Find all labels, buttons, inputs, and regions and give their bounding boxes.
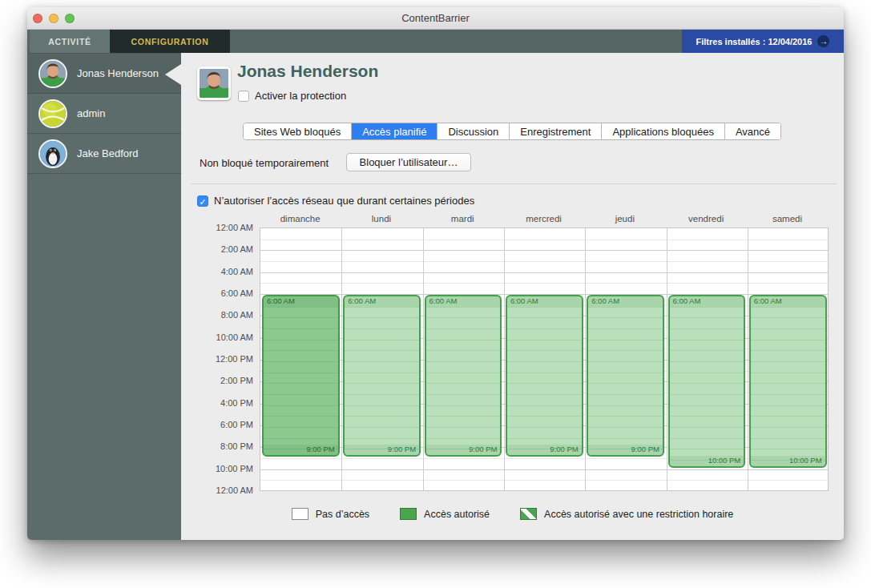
block-end-time: 10:00 PM [670, 456, 744, 466]
access-block-vendredi[interactable]: 6:00 AM10:00 PM [668, 295, 746, 468]
app-window: ContentBarrier ACTIVITÉ CONFIGURATION Fi… [27, 7, 844, 540]
sidebar-user-name: admin [77, 107, 105, 119]
access-block-dimanche[interactable]: 6:00 AM9:00 PM [262, 295, 340, 457]
time-label: 10:00 AM [196, 332, 253, 342]
grid-day-line [341, 228, 342, 490]
time-label: 4:00 PM [196, 398, 253, 408]
schedule-checkbox-label: N’autoriser l’accès réseau que durant ce… [214, 195, 474, 207]
legend-swatch-allowed-icon [400, 508, 417, 520]
time-label: 12:00 AM [196, 223, 253, 232]
grid-hour-line [260, 240, 828, 240]
time-label: 10:00 PM [196, 464, 253, 473]
schedule-checkbox[interactable]: ✓ [197, 195, 208, 207]
access-block-lundi[interactable]: 6:00 AM9:00 PM [343, 295, 421, 457]
grid-day-line [667, 228, 667, 490]
legend-label: Accès autorisé [424, 509, 490, 520]
tennis-ball-avatar-icon [38, 99, 67, 128]
time-label: 12:00 PM [196, 354, 253, 364]
protection-checkbox-row[interactable]: Activer la protection [238, 90, 346, 102]
sidebar-user-name: Jake Bedford [77, 147, 139, 159]
man-photo-avatar-icon [38, 59, 67, 88]
block-end-time: 9:00 PM [264, 445, 338, 455]
protection-checkbox-label: Activer la protection [255, 90, 346, 102]
time-label: 6:00 PM [196, 420, 253, 429]
sidebar-user-admin[interactable]: admin [27, 94, 181, 134]
title-bar: ContentBarrier [27, 7, 844, 30]
block-end-time: 9:00 PM [507, 445, 582, 455]
grid-hour-line [260, 469, 828, 470]
arrow-right-icon: → [817, 35, 829, 47]
block-start-time: 6:00 AM [670, 296, 744, 307]
legend-item-none: Pas d’accès [292, 508, 369, 520]
time-label: 8:00 AM [196, 310, 253, 320]
day-label-lundi: lundi [341, 214, 421, 224]
window-body: Jonas HendersonadminJake Bedford Jonas H… [27, 53, 844, 540]
protection-checkbox[interactable] [238, 91, 249, 102]
grid-hour-line [260, 272, 828, 273]
sidebar-user-jake-bedford[interactable]: Jake Bedford [27, 134, 181, 174]
config-tabs: Sites Web bloquésAccès planifiéDiscussio… [243, 123, 781, 140]
day-label-jeudi: jeudi [584, 214, 665, 224]
config-tab-avancé[interactable]: Avancé [725, 123, 780, 139]
access-block-samedi[interactable]: 6:00 AM10:00 PM [749, 295, 827, 468]
sidebar-user-jonas-henderson[interactable]: Jonas Henderson [27, 54, 181, 94]
day-label-mercredi: mercredi [503, 214, 584, 224]
nav-tab-activite[interactable]: ACTIVITÉ [30, 30, 110, 53]
block-start-time: 6:00 AM [264, 296, 338, 307]
day-label-vendredi: vendredi [666, 214, 747, 224]
profile-name: Jonas Henderson [237, 62, 378, 81]
nav-tab-configuration[interactable]: CONFIGURATION [110, 30, 230, 53]
access-block-mardi[interactable]: 6:00 AM9:00 PM [425, 295, 502, 457]
schedule-grid[interactable]: 6:00 AM9:00 PM6:00 AM9:00 PM6:00 AM9:00 … [260, 228, 829, 491]
block-end-time: 9:00 PM [588, 445, 663, 455]
legend-label: Accès autorisé avec une restriction hora… [544, 509, 733, 520]
legend-item-allowed-restricted: Accès autorisé avec une restriction hora… [520, 508, 733, 520]
grid-hour-line [260, 283, 828, 284]
main-nav-bar: ACTIVITÉ CONFIGURATION Filtres installés… [27, 30, 844, 53]
filters-installed-label: Filtres installés : 12/04/2016 [696, 37, 813, 46]
grid-day-line [585, 228, 586, 490]
time-label: 12:00 AM [196, 485, 253, 495]
grid-day-line [748, 228, 748, 490]
access-block-mercredi[interactable]: 6:00 AM9:00 PM [506, 295, 583, 457]
access-block-jeudi[interactable]: 6:00 AM9:00 PM [587, 295, 664, 457]
block-start-time: 6:00 AM [426, 296, 501, 307]
config-tab-enregistrement[interactable]: Enregistrement [510, 123, 602, 139]
config-panel: Jonas Henderson Activer la protection Si… [181, 53, 844, 540]
legend-swatch-none-icon [292, 508, 308, 520]
block-end-time: 10:00 PM [751, 456, 825, 466]
legend-item-allowed: Accès autorisé [400, 508, 490, 520]
selected-user-arrow-icon [165, 64, 181, 85]
config-tab-discussion[interactable]: Discussion [438, 123, 510, 139]
block-end-time: 9:00 PM [345, 445, 419, 455]
config-tab-applications-bloquées[interactable]: Applications bloquées [602, 123, 724, 139]
day-label-dimanche: dimanche [260, 214, 341, 224]
block-start-time: 6:00 AM [507, 296, 582, 307]
time-label: 2:00 AM [196, 244, 253, 254]
time-label: 6:00 AM [196, 288, 253, 298]
day-label-samedi: samedi [747, 214, 828, 224]
block-status-text: Non bloqué temporairement [200, 157, 329, 169]
block-user-button[interactable]: Bloquer l’utilisateur… [346, 153, 471, 171]
legend-label: Pas d’accès [316, 509, 369, 520]
desktop: ContentBarrier ACTIVITÉ CONFIGURATION Fi… [0, 0, 871, 588]
filters-installed-button[interactable]: Filtres installés : 12/04/2016 → [682, 30, 844, 53]
schedule-legend: Pas d’accèsAccès autoriséAccès autorisé … [181, 508, 844, 520]
grid-day-line [423, 228, 424, 490]
window-title: ContentBarrier [27, 12, 844, 24]
sidebar-user-name: Jonas Henderson [77, 67, 159, 79]
grid-hour-line [260, 480, 828, 481]
grid-hour-line [260, 250, 828, 251]
time-label: 2:00 PM [196, 376, 253, 385]
block-start-time: 6:00 AM [751, 296, 825, 307]
time-label: 8:00 PM [196, 441, 253, 451]
grid-day-line [504, 228, 505, 490]
config-tab-accès-planifié[interactable]: Accès planifié [352, 123, 438, 139]
penguin-avatar-icon [38, 139, 67, 168]
user-sidebar: Jonas HendersonadminJake Bedford [27, 53, 181, 540]
block-start-time: 6:00 AM [345, 296, 419, 307]
block-start-time: 6:00 AM [588, 296, 663, 307]
legend-swatch-allowed-restricted-icon [520, 508, 537, 520]
config-tab-sites-web-bloqués[interactable]: Sites Web bloqués [244, 123, 352, 139]
schedule-checkbox-row[interactable]: ✓ N’autoriser l’accès réseau que durant … [197, 195, 474, 207]
